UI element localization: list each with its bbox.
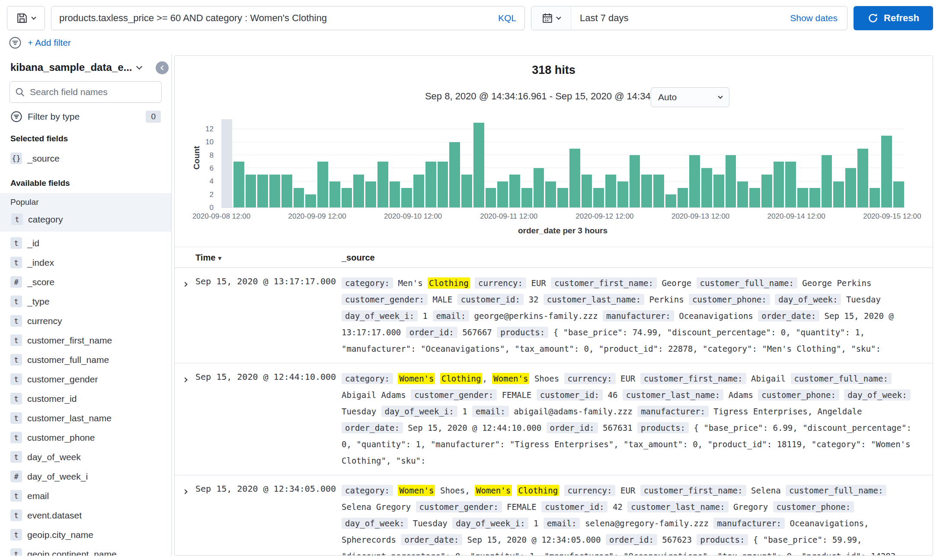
histogram-bar[interactable] (593, 188, 604, 207)
sidebar-field-customer_first_name[interactable]: tcustomer_first_name (10, 331, 162, 350)
quick-select-button[interactable] (531, 6, 571, 30)
sidebar-field-geoip.continent_name[interactable]: tgeoip.continent_name (10, 544, 162, 556)
histogram-bar[interactable] (329, 181, 340, 207)
histogram-bar[interactable] (365, 181, 376, 207)
histogram-bar[interactable] (701, 168, 712, 207)
sidebar-field-_id[interactable]: t_id (10, 233, 162, 253)
histogram-bar[interactable] (665, 194, 676, 207)
histogram-bar[interactable] (870, 188, 880, 207)
sidebar-field-_index[interactable]: t_index (10, 253, 162, 272)
y-tick-label: 8 (199, 151, 214, 160)
histogram-bar[interactable] (305, 194, 316, 207)
histogram-bar[interactable] (257, 175, 268, 207)
kql-language-switch[interactable]: KQL (498, 13, 516, 23)
field-search-input[interactable] (10, 81, 162, 103)
sidebar-field-_score[interactable]: #_score (10, 272, 162, 292)
sidebar-field-_source[interactable]: {}_source (10, 149, 162, 168)
sidebar-field-customer_phone[interactable]: tcustomer_phone (10, 428, 162, 447)
histogram-bar[interactable] (630, 155, 640, 207)
field-key: currency: (475, 277, 526, 289)
histogram-bar[interactable] (438, 162, 448, 207)
histogram-bar[interactable] (294, 188, 304, 207)
histogram-bar[interactable] (497, 181, 508, 207)
sidebar-field-customer_full_name[interactable]: tcustomer_full_name (10, 350, 162, 369)
save-query-button[interactable] (7, 6, 45, 30)
expand-row-button[interactable] (175, 482, 195, 495)
histogram-bar[interactable] (653, 175, 664, 207)
sidebar-field-geoip.city_name[interactable]: tgeoip.city_name (10, 525, 162, 544)
histogram-bar[interactable] (269, 175, 280, 207)
histogram-bar[interactable] (569, 149, 580, 207)
sidebar-field-day_of_week[interactable]: tday_of_week (10, 447, 162, 467)
histogram-bar[interactable] (641, 175, 652, 207)
histogram-bar[interactable] (678, 188, 688, 207)
histogram-bar[interactable] (822, 155, 832, 207)
histogram-bar[interactable] (893, 181, 904, 207)
histogram-bar[interactable] (726, 155, 736, 207)
histogram-bar[interactable] (881, 136, 892, 207)
histogram-bar[interactable] (509, 175, 520, 207)
histogram-bar[interactable] (774, 162, 784, 207)
histogram-bar[interactable] (833, 181, 844, 207)
histogram-bar[interactable] (713, 175, 724, 207)
histogram-bar[interactable] (246, 175, 256, 207)
histogram-bar[interactable] (689, 155, 700, 207)
sidebar-field-customer_id[interactable]: tcustomer_id (10, 389, 162, 408)
refresh-button[interactable]: Refresh (854, 6, 933, 30)
field-value: Oceanavigations (679, 311, 753, 321)
sidebar-field-event.dataset[interactable]: tevent.dataset (10, 506, 162, 525)
histogram-bar[interactable] (557, 188, 568, 207)
query-input[interactable] (51, 6, 525, 30)
sidebar-field-customer_gender[interactable]: tcustomer_gender (10, 369, 162, 389)
filter-icon[interactable] (9, 36, 22, 49)
histogram-bar[interactable] (845, 168, 856, 207)
show-dates-button[interactable]: Show dates (790, 13, 847, 23)
sidebar-field-_type[interactable]: t_type (10, 292, 162, 311)
histogram-bar[interactable] (461, 175, 472, 207)
histogram-bar[interactable] (233, 162, 244, 207)
histogram-bar[interactable] (797, 188, 808, 207)
sidebar-field-day_of_week_i[interactable]: #day_of_week_i (10, 467, 162, 486)
expand-row-button[interactable] (175, 275, 195, 288)
histogram-bar[interactable] (617, 181, 628, 207)
histogram-bar[interactable] (582, 175, 592, 207)
time-range-value[interactable]: Last 7 days (571, 13, 790, 24)
add-filter-button[interactable]: + Add filter (28, 38, 71, 48)
field-value: Gregory (733, 502, 768, 512)
collapse-sidebar-button[interactable] (156, 61, 169, 74)
sidebar-field-currency[interactable]: tcurrency (10, 311, 162, 331)
filter-by-type-button[interactable]: Filter by type 0 (10, 110, 162, 124)
histogram-bar[interactable] (785, 162, 796, 207)
histogram-bar[interactable] (761, 175, 772, 207)
histogram-bar[interactable] (545, 181, 556, 207)
histogram-bar[interactable] (413, 175, 424, 207)
histogram-bar[interactable] (605, 175, 616, 207)
time-column-header[interactable]: Time▾ (195, 253, 342, 263)
histogram-bar[interactable] (473, 123, 484, 207)
histogram-bar[interactable] (353, 175, 364, 207)
histogram-bar[interactable] (749, 188, 760, 207)
histogram-bar[interactable] (342, 188, 352, 207)
histogram-bar[interactable] (390, 181, 400, 207)
histogram-bar[interactable] (521, 188, 532, 207)
sidebar-field-category[interactable]: tcategory (10, 210, 161, 229)
expand-column-spacer (175, 253, 195, 263)
expand-row-button[interactable] (175, 370, 195, 383)
histogram-bar[interactable] (377, 162, 388, 207)
histogram-bar[interactable] (449, 142, 460, 207)
interval-select[interactable]: Auto (651, 87, 729, 107)
sidebar-field-email[interactable]: temail (10, 486, 162, 506)
histogram-bar[interactable] (857, 149, 868, 207)
histogram-bar[interactable] (425, 162, 436, 207)
histogram-bar[interactable] (486, 188, 496, 207)
histogram-bar[interactable] (737, 181, 748, 207)
index-pattern-selector[interactable]: kibana_sample_data_e... (10, 61, 132, 73)
histogram-bar[interactable] (401, 188, 412, 207)
histogram-bar[interactable] (281, 175, 292, 207)
histogram-bar[interactable] (809, 188, 820, 207)
histogram-bar[interactable] (534, 168, 544, 207)
field-key: customer_id: (541, 501, 607, 512)
histogram-bar[interactable] (317, 162, 328, 207)
sidebar-field-customer_last_name[interactable]: tcustomer_last_name (10, 408, 162, 428)
histogram-partial-bucket[interactable] (221, 119, 232, 207)
